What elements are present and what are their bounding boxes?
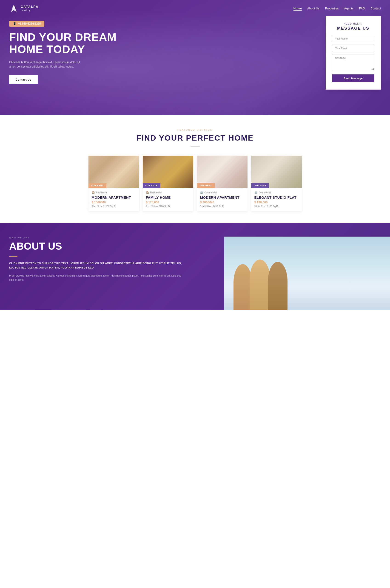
residential-icon-2: 🏠 xyxy=(146,191,149,194)
commercial-icon-4: 🏢 xyxy=(254,191,258,194)
card-body-3: 🏢 Commercial MODERN APARTMENT $ 2000/M0 … xyxy=(197,188,247,211)
nav-item-about[interactable]: About Us xyxy=(307,6,319,10)
card-details-3: 3 bd / 3 ba / 1450 Sq Ft xyxy=(200,205,244,208)
logo-icon xyxy=(9,4,18,13)
nav-link-home[interactable]: Home xyxy=(293,7,302,11)
properties-grid: FOR RENT 🏠 Residential MODERN APARTMENT … xyxy=(9,156,381,211)
navbar: CATALPA realty Home About Us Properties … xyxy=(0,0,390,17)
card-image-wrap-1: FOR RENT xyxy=(89,156,139,188)
property-card-2[interactable]: FOR SALE 🏠 Residential FAMILY HOME $ 175… xyxy=(143,156,193,211)
nav-item-faq[interactable]: FAQ xyxy=(359,6,365,10)
property-image-2 xyxy=(143,156,193,188)
card-price-1: $ 1500/M0 xyxy=(92,201,136,204)
property-image-4 xyxy=(251,156,302,188)
brand-sub: realty xyxy=(21,9,39,11)
property-card-4[interactable]: FOR SALE 🏢 Commercial ELEGANT STUDIO FLA… xyxy=(251,156,302,211)
nav-link-faq[interactable]: FAQ xyxy=(359,7,365,10)
contact-form: NEED HELP? MESSAGE US Send Message xyxy=(326,16,381,89)
property-image-3 xyxy=(197,156,247,188)
residential-icon-1: 🏠 xyxy=(92,191,95,194)
badge-sale-2: FOR SALE xyxy=(143,183,161,188)
nav-links: Home About Us Properties Agents FAQ Cont… xyxy=(293,6,381,10)
card-type-label-1: Residential xyxy=(96,191,107,194)
card-type-label-4: Commercial xyxy=(259,191,271,194)
card-details-2: 4 bd / 3 ba / 2700 Sq Ft xyxy=(146,205,190,208)
hero-section: 📱 +1 910-626-85255 FIND YOUR DREAM HOME … xyxy=(0,0,390,115)
person-silhouette-3 xyxy=(268,262,288,310)
hero-left: 📱 +1 910-626-85255 FIND YOUR DREAM HOME … xyxy=(9,18,195,84)
nav-link-agents[interactable]: Agents xyxy=(344,7,353,10)
nav-item-properties[interactable]: Properties xyxy=(325,6,339,10)
about-title: ABOUT US xyxy=(9,241,186,252)
card-name-1: MODERN APARTMENT xyxy=(92,196,136,199)
email-input[interactable] xyxy=(332,44,374,52)
card-name-3: MODERN APARTMENT xyxy=(200,196,244,199)
card-body-2: 🏠 Residential FAMILY HOME $ 175,000 4 bd… xyxy=(143,188,193,211)
person-silhouette-2 xyxy=(249,259,270,310)
send-message-button[interactable]: Send Message xyxy=(332,74,374,82)
nav-item-home[interactable]: Home xyxy=(293,6,302,10)
card-body-4: 🏢 Commercial ELEGANT STUDIO FLAT $ 138,0… xyxy=(251,188,302,211)
commercial-icon-3: 🏢 xyxy=(200,191,203,194)
nav-link-about[interactable]: About Us xyxy=(307,7,319,10)
hero-description: Click edit button to change this text. L… xyxy=(9,60,87,69)
property-card-1[interactable]: FOR RENT 🏠 Residential MODERN APARTMENT … xyxy=(89,156,139,211)
card-body-1: 🏠 Residential MODERN APARTMENT $ 1500/M0… xyxy=(89,188,139,211)
featured-section: FEATURED LISTINGS FIND YOUR PERFECT HOME… xyxy=(0,115,390,223)
card-image-wrap-4: FOR SALE xyxy=(251,156,302,188)
form-title: MESSAGE US xyxy=(332,26,374,31)
about-divider xyxy=(9,256,17,256)
card-type-label-3: Commercial xyxy=(204,191,217,194)
featured-title: FIND YOUR PERFECT HOME xyxy=(9,133,381,142)
phone-badge: 📱 +1 910-626-85255 xyxy=(9,21,44,27)
card-image-wrap-3: FOR RENT xyxy=(197,156,247,188)
hero-content: 📱 +1 910-626-85255 FIND YOUR DREAM HOME … xyxy=(0,0,390,115)
property-image-1 xyxy=(89,156,139,188)
about-description: Proin gravida nibh vel velit auctor aliq… xyxy=(9,274,186,282)
message-textarea[interactable] xyxy=(332,54,374,70)
nav-item-agents[interactable]: Agents xyxy=(344,6,353,10)
person-silhouette-1 xyxy=(234,264,252,310)
card-price-3: $ 2000/M0 xyxy=(200,201,244,204)
brand-name: CATALPA xyxy=(21,5,39,8)
featured-eyebrow: FEATURED LISTINGS xyxy=(9,129,381,131)
about-eyebrow: WHO WE ARE xyxy=(9,237,186,239)
card-image-wrap-2: FOR SALE xyxy=(143,156,193,188)
logo-text: CATALPA realty xyxy=(21,5,39,11)
card-type-label-2: Residential xyxy=(150,191,162,194)
logo[interactable]: CATALPA realty xyxy=(9,4,39,13)
card-price-4: $ 138,000 xyxy=(254,201,298,204)
nav-link-contact[interactable]: Contact xyxy=(370,7,381,10)
card-type-2: 🏠 Residential xyxy=(146,191,190,194)
badge-sale-4: FOR SALE xyxy=(251,183,269,188)
card-type-4: 🏢 Commercial xyxy=(254,191,298,194)
hero-title-line1: FIND YOUR DREAM xyxy=(9,31,116,43)
about-section: WHO WE ARE ABOUT US CLICK EDIT BUTTON TO… xyxy=(0,223,390,310)
card-details-1: 3 bd / 2 ba / 1100 Sq Ft xyxy=(92,205,136,208)
about-highlight: CLICK EDIT BUTTON TO CHANGE THIS TEXT. L… xyxy=(9,261,186,270)
phone-number: +1 910-626-85255 xyxy=(18,22,41,25)
section-divider xyxy=(191,146,200,147)
card-price-2: $ 175,000 xyxy=(146,201,190,204)
nav-item-contact[interactable]: Contact xyxy=(370,6,381,10)
property-card-3[interactable]: FOR RENT 🏢 Commercial MODERN APARTMENT $… xyxy=(197,156,247,211)
badge-rent-3: FOR RENT xyxy=(197,183,215,188)
contact-us-button[interactable]: Contact Us xyxy=(9,75,38,84)
card-type-1: 🏠 Residential xyxy=(92,191,136,194)
card-name-2: FAMILY HOME xyxy=(146,196,190,199)
form-eyebrow: NEED HELP? xyxy=(332,23,374,25)
card-details-4: 3 bd / 2 ba / 1100 Sq Ft xyxy=(254,205,298,208)
nav-link-properties[interactable]: Properties xyxy=(325,7,339,10)
hero-title-line2: HOME TODAY xyxy=(9,43,85,55)
about-right xyxy=(195,223,390,310)
hero-title: FIND YOUR DREAM HOME TODAY xyxy=(9,31,195,56)
badge-rent-1: FOR RENT xyxy=(89,183,106,188)
name-input[interactable] xyxy=(332,35,374,42)
card-type-3: 🏢 Commercial xyxy=(200,191,244,194)
about-photo xyxy=(224,237,390,310)
card-name-4: ELEGANT STUDIO FLAT xyxy=(254,196,298,199)
about-left: WHO WE ARE ABOUT US CLICK EDIT BUTTON TO… xyxy=(0,223,195,310)
phone-icon: 📱 xyxy=(13,22,16,25)
